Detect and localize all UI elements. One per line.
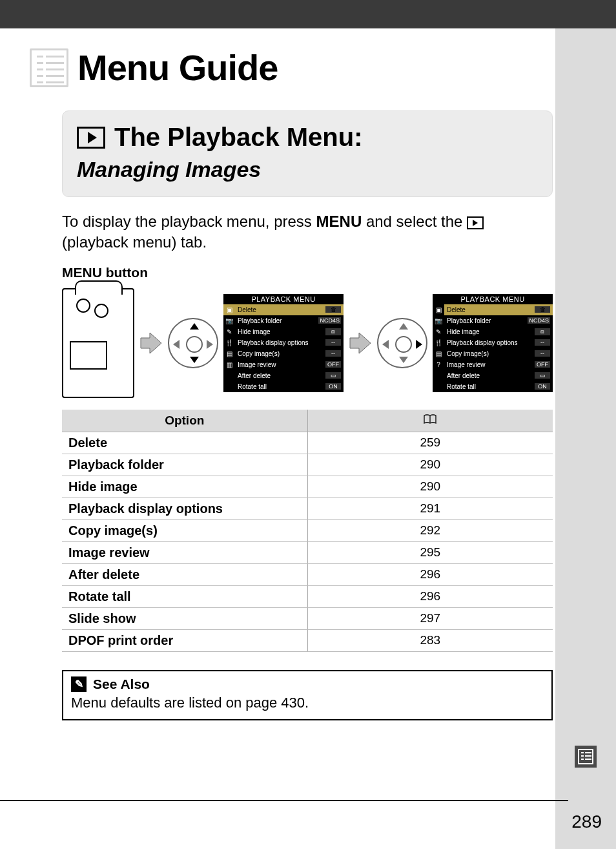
camera-back-diagram (62, 288, 134, 398)
see-also-box: ✎ See Also Menu defaults are listed on p… (62, 670, 553, 720)
pbmenu-row: Playback display options-- (444, 337, 553, 348)
pbmenu-row: Rotate tallON (235, 381, 344, 392)
section-subheading: Managing Images (77, 157, 538, 182)
pbmenu-row: After delete▭ (235, 370, 344, 381)
pbmenu-row-label: After delete (447, 372, 480, 379)
pbmenu-row-label: After delete (238, 372, 271, 379)
top-bar (0, 0, 616, 28)
title-row: Menu Guide (0, 47, 555, 89)
pbmenu-row-value: NCD4S (318, 317, 341, 324)
intro-text-2: and select the (362, 213, 467, 230)
pbmenu-row: Hide image⧈ (235, 326, 344, 337)
intro-paragraph: To display the playback menu, press MENU… (62, 211, 553, 253)
table-row: Rotate tall296 (62, 585, 553, 607)
table-row: Slide show297 (62, 607, 553, 629)
playback-menu-screenshot-2: PLAYBACK MENU ▣ 📷 ✎ 🍴 ▤ ? Delete🗑Playbac… (433, 294, 553, 392)
section-heading: The Playback Menu: (77, 123, 538, 152)
pbmenu-side-icons: ▣ 📷 ✎ 🍴 ▤ ▥ (223, 304, 235, 392)
menu-button-label-rest: button (102, 265, 148, 280)
pbmenu-row-label: Playback display options (447, 339, 518, 346)
pbmenu-row-label: Playback folder (238, 317, 282, 324)
menu-keyword: MENU (316, 213, 362, 230)
pbmenu-row-value: ▭ (325, 372, 341, 379)
pbmenu-row-value: NCD4S (528, 317, 550, 324)
option-page: 290 (307, 454, 553, 476)
pbmenu-row-label: Rotate tall (447, 383, 476, 390)
section-heading-box: The Playback Menu: Managing Images (62, 110, 553, 197)
diagram-row: PLAYBACK MENU ▣ 📷 ✎ 🍴 ▤ ▥ Delete🗑Playbac… (62, 288, 553, 398)
pbmenu-row-value: 🗑 (535, 306, 550, 313)
pbmenu-row: Delete🗑 (444, 304, 553, 315)
option-page: 291 (307, 498, 553, 519)
pbmenu-row-value: -- (535, 350, 550, 357)
pbmenu-row-value: -- (535, 339, 550, 346)
pbmenu-row: Rotate tallON (444, 381, 553, 392)
pbmenu-row-label: Delete (238, 306, 256, 313)
pbmenu-row-label: Playback folder (447, 317, 491, 324)
pbmenu-row: Playback folderNCD4S (235, 315, 344, 326)
pbmenu-row-value: 🗑 (325, 306, 341, 313)
playback-inline-icon (467, 216, 484, 229)
multi-selector-diagram (377, 318, 427, 368)
pbmenu-row-label: Hide image (447, 328, 480, 335)
options-header-option: Option (62, 410, 307, 432)
pbmenu-row-label: Copy image(s) (238, 350, 280, 357)
table-row: Playback display options291 (62, 498, 553, 519)
pbmenu-row-label: Copy image(s) (447, 350, 489, 357)
option-name: Copy image(s) (62, 519, 307, 541)
pbmenu-row-label: Image review (238, 361, 276, 368)
pbmenu-row-value: ON (535, 383, 550, 390)
see-also-body: Menu defaults are listed on page 430. (63, 693, 551, 719)
table-row: DPOF print order283 (62, 629, 553, 651)
pbmenu-row-label: Image review (447, 361, 485, 368)
intro-text-3: (playback menu) tab. (62, 233, 207, 251)
page-body: Menu Guide The Playback Menu: Managing I… (0, 28, 555, 849)
pbmenu-row: Image reviewOFF (235, 359, 344, 370)
page-number: 289 (571, 812, 602, 832)
pbmenu-row-label: Hide image (238, 328, 271, 335)
option-name: Slide show (62, 607, 307, 629)
options-header-page-icon (307, 410, 553, 432)
options-table: Option Delete259Playback folder290Hide i… (62, 410, 553, 652)
pbmenu-row: After delete▭ (444, 370, 553, 381)
option-name: Playback folder (62, 454, 307, 476)
option-name: Delete (62, 432, 307, 454)
pbmenu-row: Image reviewOFF (444, 359, 553, 370)
pbmenu-row-label: Rotate tall (238, 383, 267, 390)
pbmenu-row: Delete🗑 (235, 304, 344, 315)
table-row: After delete296 (62, 563, 553, 585)
option-page: 297 (307, 607, 553, 629)
page-title: Menu Guide (77, 47, 278, 89)
pbmenu-row-label: Playback display options (238, 339, 309, 346)
pbmenu-row-value: OFF (325, 361, 341, 368)
menu-guide-tab-icon (575, 746, 597, 768)
pbmenu-row: Copy image(s)-- (444, 348, 553, 359)
option-page: 290 (307, 476, 553, 498)
table-row: Playback folder290 (62, 454, 553, 476)
option-name: Playback display options (62, 498, 307, 519)
pbmenu-row-value: ⧈ (535, 328, 550, 335)
pbmenu-row-label: Delete (447, 306, 466, 313)
option-page: 295 (307, 541, 553, 563)
option-page: 283 (307, 629, 553, 651)
playback-menu-screenshot-1: PLAYBACK MENU ▣ 📷 ✎ 🍴 ▤ ▥ Delete🗑Playbac… (223, 294, 344, 392)
pbmenu-row: Playback folderNCD4S (444, 315, 553, 326)
arrow-right-icon (139, 331, 163, 355)
footer-rule (0, 800, 568, 801)
see-also-heading: See Also (93, 676, 150, 692)
pbmenu-row-value: ON (325, 383, 341, 390)
option-page: 292 (307, 519, 553, 541)
table-row: Copy image(s)292 (62, 519, 553, 541)
option-name: Rotate tall (62, 585, 307, 607)
pbmenu-row-value: -- (325, 339, 341, 346)
option-page: 296 (307, 563, 553, 585)
pbmenu-side-icons: ▣ 📷 ✎ 🍴 ▤ ? (433, 304, 444, 392)
pbmenu-row-value: OFF (535, 361, 550, 368)
pbmenu-row: Copy image(s)-- (235, 348, 344, 359)
right-margin-column (555, 28, 616, 849)
arrow-right-icon (349, 331, 372, 355)
table-row: Image review295 (62, 541, 553, 563)
section-heading-text: The Playback Menu: (114, 123, 363, 152)
pbmenu-header: PLAYBACK MENU (433, 294, 553, 304)
pbmenu-row-value: -- (325, 350, 341, 357)
